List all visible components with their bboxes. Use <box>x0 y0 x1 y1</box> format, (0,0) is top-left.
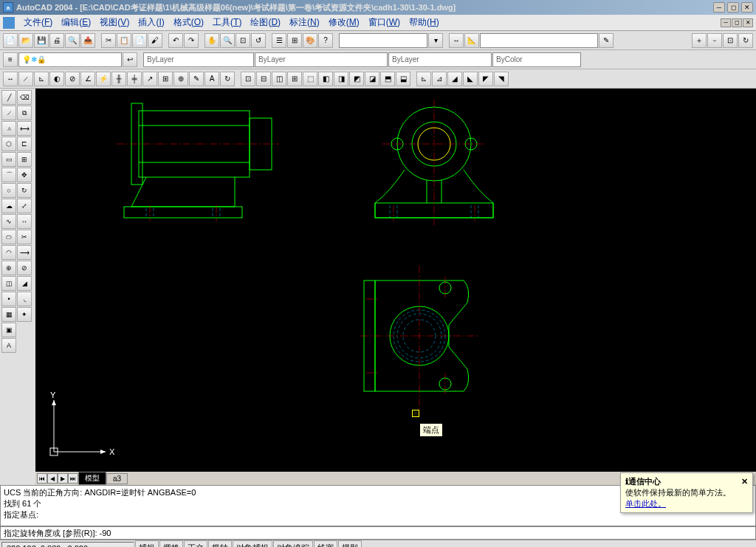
dim-ordinate[interactable]: ⊾ <box>34 72 49 86</box>
view-btn3[interactable]: ◫ <box>272 72 286 86</box>
menu-t[interactable]: 工具(T) <box>208 15 246 30</box>
ucs-btn5[interactable]: ◤ <box>478 72 493 86</box>
ucs-btn3[interactable]: ◢ <box>447 72 462 86</box>
paste-button[interactable]: 📄 <box>132 33 147 48</box>
view-btn7[interactable]: ◨ <box>334 72 348 86</box>
publish-button[interactable]: 📤 <box>80 33 95 48</box>
arc-tool[interactable]: ⌒ <box>1 168 16 182</box>
view-btn5[interactable]: ⬚ <box>303 72 317 86</box>
array-tool[interactable]: ⊞ <box>17 152 32 167</box>
menu-v[interactable]: 视图(V) <box>95 15 134 30</box>
design-center-button[interactable]: ⊞ <box>287 33 302 48</box>
menu-f[interactable]: 文件(F) <box>19 15 57 30</box>
hatch-tool[interactable]: ▦ <box>1 307 16 322</box>
drawing-canvas[interactable]: X Y 端点 ⏮ ◀ ▶ ⏭ 模型 a3 <box>35 89 756 485</box>
dim-tedit[interactable]: A <box>205 72 219 86</box>
lineweight-dropdown[interactable]: ByLayer <box>388 52 492 67</box>
break-tool[interactable]: ⊘ <box>17 261 32 275</box>
dim-diameter[interactable]: ⊘ <box>65 72 80 86</box>
match-button[interactable]: 🖌 <box>148 33 162 48</box>
view-btn1[interactable]: ⊡ <box>241 72 255 86</box>
scale-tool[interactable]: ⤢ <box>17 199 32 213</box>
tab-last[interactable]: ⏭ <box>68 473 78 484</box>
layer-manager-button[interactable]: ≡ <box>3 52 18 67</box>
pan-button[interactable]: ✋ <box>205 33 219 48</box>
ucs-btn1[interactable]: ⊾ <box>416 72 431 86</box>
save-button[interactable]: 💾 <box>34 33 49 48</box>
dim-quick[interactable]: ⚡ <box>96 72 111 86</box>
ucs-btn2[interactable]: ⊿ <box>432 72 447 86</box>
view-btn6[interactable]: ◧ <box>318 72 333 86</box>
tab-prev[interactable]: ◀ <box>47 473 58 484</box>
dim-btn2[interactable]: 📐 <box>464 33 479 48</box>
zoom-prev-button[interactable]: ↺ <box>251 33 266 48</box>
dimstyle-dropdown[interactable] <box>480 33 598 48</box>
view-btn2[interactable]: ⊟ <box>256 72 271 86</box>
doc-restore[interactable]: ◻ <box>732 18 742 27</box>
stretch-tool[interactable]: ↔ <box>17 214 32 229</box>
command-input[interactable]: 指定旋转角度或 [参照(R)]: -90 <box>0 526 756 540</box>
dim-continue[interactable]: ╪ <box>127 72 142 86</box>
view-btn11[interactable]: ⬓ <box>396 72 410 86</box>
zoom-extents-button[interactable]: ⊡ <box>723 33 738 48</box>
open-button[interactable]: 📂 <box>18 33 33 48</box>
properties-button[interactable]: ☰ <box>272 33 286 48</box>
regen-button[interactable]: ↻ <box>738 33 753 48</box>
menu-h[interactable]: 帮助(H) <box>405 15 444 30</box>
dim-edit-btn[interactable]: ✎ <box>189 72 204 86</box>
zoom-out-button[interactable]: － <box>707 33 722 48</box>
view-btn4[interactable]: ⊞ <box>287 72 302 86</box>
color-dropdown[interactable]: ByLayer <box>143 52 254 67</box>
minimize-button[interactable]: ─ <box>713 2 725 13</box>
plot-button[interactable]: 🖨 <box>49 33 64 48</box>
dim-linear[interactable]: ↔ <box>3 72 18 86</box>
layer-prev[interactable]: ↩ <box>123 52 137 67</box>
revcloud-tool[interactable]: ☁ <box>1 199 16 213</box>
xline-tool[interactable]: ⟋ <box>1 106 16 120</box>
extend-tool[interactable]: ⟶ <box>17 245 32 260</box>
zoom-rt-button[interactable]: 🔍 <box>220 33 235 48</box>
status-toggle-2[interactable]: 正交 <box>184 540 207 547</box>
plotstyle-dropdown[interactable]: ByColor <box>492 52 581 67</box>
chamfer-tool[interactable]: ◢ <box>17 276 32 291</box>
menu-i[interactable]: 插入(I) <box>134 15 168 30</box>
pline-tool[interactable]: ⟑ <box>1 121 16 136</box>
menu-w[interactable]: 窗口(W) <box>364 15 405 30</box>
rotate-tool[interactable]: ↻ <box>17 183 32 198</box>
status-toggle-5[interactable]: 对象追踪 <box>273 540 313 547</box>
help-button[interactable]: ? <box>318 33 333 48</box>
style-dropdown[interactable] <box>339 33 427 48</box>
copy-button[interactable]: 📋 <box>117 33 131 48</box>
new-button[interactable]: 📄 <box>3 33 18 48</box>
rectangle-tool[interactable]: ▭ <box>1 152 16 167</box>
dim-center[interactable]: ⊕ <box>173 72 188 86</box>
dim-leader[interactable]: ↗ <box>142 72 157 86</box>
status-toggle-3[interactable]: 极轴 <box>208 540 232 547</box>
spline-tool[interactable]: ∿ <box>1 214 16 229</box>
close-button[interactable]: ✕ <box>741 2 753 13</box>
status-toggle-0[interactable]: 捕捉 <box>135 540 159 547</box>
circle-tool[interactable]: ○ <box>1 183 16 198</box>
status-toggle-7[interactable]: 模型 <box>338 540 362 547</box>
status-toggle-4[interactable]: 对象捕捉 <box>233 540 272 547</box>
dim-edit[interactable]: ✎ <box>599 33 614 48</box>
copy-tool[interactable]: ⧉ <box>17 106 32 120</box>
status-toggle-6[interactable]: 线宽 <box>314 540 337 547</box>
polygon-tool[interactable]: ⬡ <box>1 137 16 151</box>
maximize-button[interactable]: ◻ <box>727 2 739 13</box>
view-btn10[interactable]: ⬒ <box>380 72 395 86</box>
explode-tool[interactable]: ✦ <box>17 307 32 322</box>
cut-button[interactable]: ✂ <box>101 33 116 48</box>
dim-btn1[interactable]: ↔ <box>449 33 464 48</box>
dim-update[interactable]: ↻ <box>220 72 235 86</box>
line-tool[interactable]: ╱ <box>1 90 16 105</box>
menu-m[interactable]: 修改(M) <box>324 15 364 30</box>
doc-minimize[interactable]: ─ <box>721 18 731 27</box>
zoom-window-button[interactable]: ⊡ <box>236 33 250 48</box>
dim-aligned[interactable]: ⟋ <box>18 72 33 86</box>
notif-close-button[interactable]: ✕ <box>741 477 748 486</box>
style-apply[interactable]: ▾ <box>428 33 443 48</box>
dim-angular[interactable]: ∠ <box>80 72 95 86</box>
preview-button[interactable]: 🔍 <box>65 33 80 48</box>
mirror-tool[interactable]: ⟷ <box>17 121 32 136</box>
